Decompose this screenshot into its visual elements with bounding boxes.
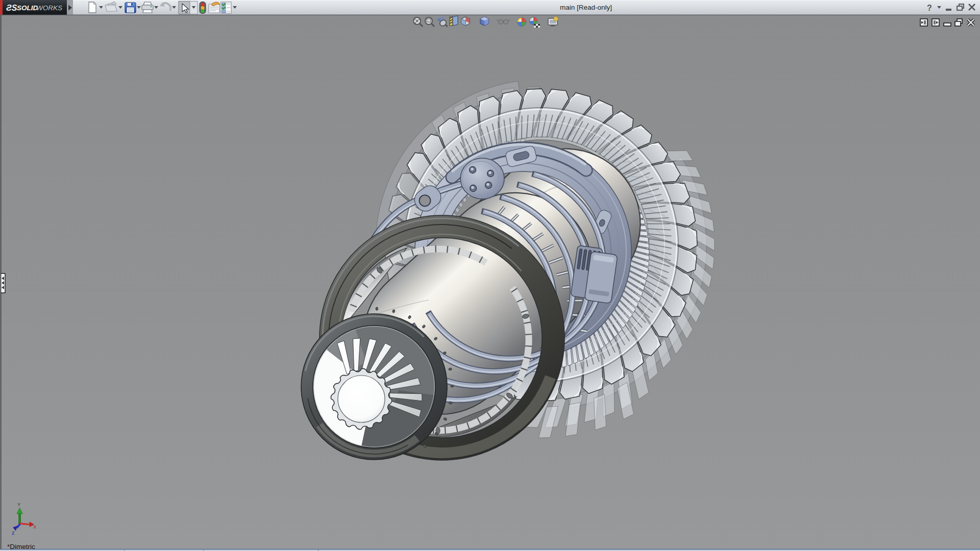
svg-text:X: X — [33, 524, 37, 530]
svg-text:Y: Y — [17, 502, 21, 507]
svg-text:Z: Z — [12, 531, 15, 536]
